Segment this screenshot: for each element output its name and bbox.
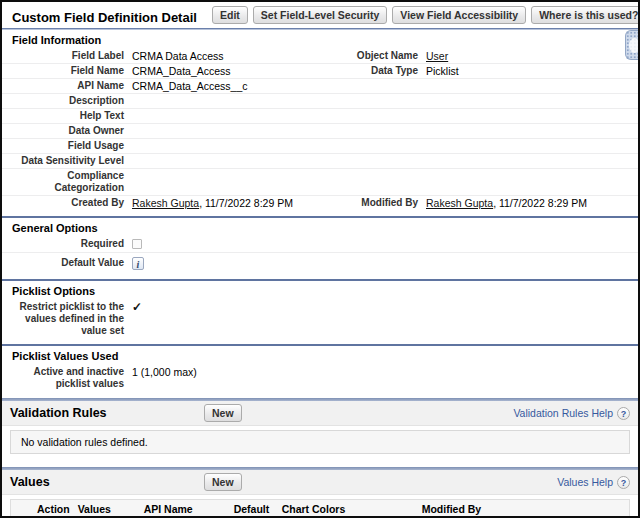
values-help-link[interactable]: Values Help bbox=[557, 476, 613, 488]
column-header-values: Values bbox=[74, 500, 140, 518]
detail-label: Restrict picklist to the values defined … bbox=[2, 300, 130, 338]
validation-rules-help-link[interactable]: Validation Rules Help bbox=[513, 407, 613, 419]
detail-label: Default Value bbox=[2, 256, 130, 270]
general-options-heading: General Options bbox=[2, 218, 638, 237]
detail-row-field-usage: Field Usage bbox=[2, 139, 638, 154]
detail-label: Modified By bbox=[330, 196, 426, 210]
detail-row-api-name: API Name CRMA_Data_Access__c bbox=[2, 79, 638, 94]
detail-row-default-value: Default Value i bbox=[2, 253, 638, 273]
picklist-values-used-heading: Picklist Values Used bbox=[2, 346, 638, 365]
edit-button[interactable]: Edit bbox=[212, 6, 248, 24]
detail-value: Picklist bbox=[426, 64, 638, 78]
detail-label: Required bbox=[2, 237, 130, 251]
column-header-action: Action bbox=[11, 500, 74, 518]
detail-label: Data Owner bbox=[2, 124, 130, 138]
column-header-api-name: API Name bbox=[140, 500, 230, 518]
required-checkbox[interactable] bbox=[132, 239, 142, 249]
detail-label: API Name bbox=[2, 79, 130, 93]
created-by-user-link[interactable]: Rakesh Gupta bbox=[132, 197, 199, 209]
modified-by-user-link[interactable]: Rakesh Gupta bbox=[426, 197, 493, 209]
help-icon[interactable]: ? bbox=[617, 407, 630, 420]
validation-rules-section: Validation Rules New Validation Rules He… bbox=[2, 398, 638, 460]
detail-value bbox=[130, 124, 330, 126]
modified-date: , 11/7/2022 8:29 PM bbox=[493, 197, 587, 209]
values-header: Values New Values Help ? bbox=[2, 470, 638, 495]
detail-label: Created By bbox=[2, 196, 130, 210]
detail-row-compliance-categorization: Compliance Categorization bbox=[2, 169, 638, 196]
view-field-accessibility-button[interactable]: View Field Accessibility bbox=[392, 6, 526, 24]
detail-row-field-label: Field Label CRMA Data Access Object Name… bbox=[2, 49, 638, 64]
detail-value bbox=[130, 94, 330, 96]
checkmark-icon: ✓ bbox=[132, 300, 142, 314]
quick-access-menu-tab[interactable] bbox=[625, 30, 638, 60]
detail-label: Help Text bbox=[2, 109, 130, 123]
detail-row-data-owner: Data Owner bbox=[2, 124, 638, 139]
column-header-modified-by: Modified By bbox=[418, 500, 629, 518]
custom-field-detail-page: Custom Field Definition Detail Edit Set … bbox=[0, 0, 640, 518]
column-header-default: Default bbox=[230, 500, 278, 518]
detail-row-help-text: Help Text bbox=[2, 109, 638, 124]
detail-label: Description bbox=[2, 94, 130, 108]
detail-value bbox=[130, 109, 330, 111]
column-header-chart-colors: Chart Colors bbox=[278, 500, 418, 518]
set-field-level-security-button[interactable]: Set Field-Level Security bbox=[253, 6, 387, 24]
title-bar: Custom Field Definition Detail Edit Set … bbox=[2, 2, 638, 28]
detail-row-active-picklist-values: Active and inactive picklist values 1 (1… bbox=[2, 365, 638, 391]
detail-row-required: Required bbox=[2, 237, 638, 253]
values-section: Values New Values Help ? Action Values bbox=[2, 467, 638, 518]
detail-label: Compliance Categorization bbox=[2, 169, 130, 195]
detail-value bbox=[130, 169, 330, 171]
detail-value: CRMA Data Access bbox=[130, 49, 330, 63]
picklist-options-heading: Picklist Options bbox=[2, 281, 638, 300]
validation-rules-title: Validation Rules bbox=[10, 406, 204, 420]
values-table: Action Values API Name Default Chart Col… bbox=[11, 500, 629, 518]
detail-row-data-sensitivity-level: Data Sensitivity Level bbox=[2, 154, 638, 169]
detail-label: Field Label bbox=[2, 49, 130, 63]
values-new-button[interactable]: New bbox=[204, 473, 242, 491]
object-name-link[interactable]: User bbox=[426, 50, 448, 62]
values-table-header-row: Action Values API Name Default Chart Col… bbox=[11, 500, 629, 518]
where-is-this-used-button[interactable]: Where is this used? bbox=[531, 6, 640, 24]
title-button-group: Edit Set Field-Level Security View Field… bbox=[212, 6, 640, 24]
values-title: Values bbox=[10, 475, 204, 489]
detail-value bbox=[130, 154, 330, 156]
detail-label: Field Usage bbox=[2, 139, 130, 153]
help-icon[interactable]: ? bbox=[617, 476, 630, 489]
detail-label: Data Type bbox=[330, 64, 426, 78]
detail-value bbox=[130, 139, 330, 141]
page-title: Custom Field Definition Detail bbox=[12, 10, 197, 25]
validation-rules-new-button[interactable]: New bbox=[204, 404, 242, 422]
detail-value: User bbox=[426, 49, 638, 63]
field-information-heading: Field Information bbox=[2, 30, 638, 49]
detail-row-created-by: Created By Rakesh Gupta, 11/7/2022 8:29 … bbox=[2, 196, 638, 210]
info-icon[interactable]: i bbox=[132, 257, 144, 270]
detail-label: Object Name bbox=[330, 49, 426, 63]
detail-value: Rakesh Gupta, 11/7/2022 8:29 PM bbox=[130, 196, 330, 210]
detail-row-field-name: Field Name CRMA_Data_Access Data Type Pi… bbox=[2, 64, 638, 79]
detail-label: Field Name bbox=[2, 64, 130, 78]
detail-value: Rakesh Gupta, 11/7/2022 8:29 PM bbox=[426, 196, 638, 210]
detail-value: CRMA_Data_Access__c bbox=[130, 79, 330, 93]
detail-label: Data Sensitivity Level bbox=[2, 154, 130, 168]
detail-label: Active and inactive picklist values bbox=[2, 365, 130, 391]
validation-rules-empty-message: No validation rules defined. bbox=[10, 430, 630, 454]
detail-value: 1 (1,000 max) bbox=[130, 365, 330, 379]
detail-row-restrict-picklist: Restrict picklist to the values defined … bbox=[2, 300, 638, 338]
detail-value: CRMA_Data_Access bbox=[130, 64, 330, 78]
validation-rules-header: Validation Rules New Validation Rules He… bbox=[2, 401, 638, 426]
detail-row-description: Description bbox=[2, 94, 638, 109]
created-date: , 11/7/2022 8:29 PM bbox=[199, 197, 293, 209]
